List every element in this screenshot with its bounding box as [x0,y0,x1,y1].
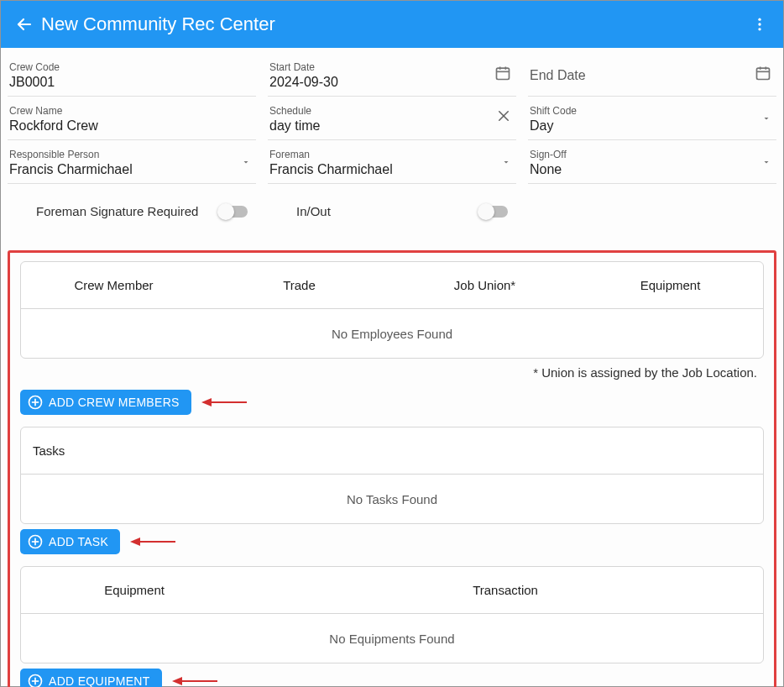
calendar-icon[interactable] [755,65,771,81]
toggle-label: Foreman Signature Required [36,204,198,218]
field-value: day time [269,117,515,137]
app-bar: New Community Rec Center [1,1,783,48]
highlighted-lists-section: Crew Member Trade Job Union* Equipment N… [8,250,776,687]
field-label: Sign-Off [530,149,775,160]
end-date-field[interactable]: End Date [528,53,776,97]
shift-code-field[interactable]: Shift Code Day [528,97,776,140]
equipment-panel: Equipment Transaction No Equipments Foun… [20,566,764,663]
svg-marker-17 [201,398,212,406]
chevron-down-icon[interactable] [501,157,511,167]
schedule-field[interactable]: Schedule day time [268,97,516,140]
inout-toggle-row: In/Out [268,199,516,223]
field-label: Foreman [269,149,515,160]
crew-name-field[interactable]: Crew Name Rockford Crew [8,97,256,140]
equipment-panel-header-row: Equipment Transaction [21,567,763,614]
foreman-signature-toggle[interactable] [219,206,248,218]
svg-point-2 [758,28,760,30]
chevron-down-icon[interactable] [761,113,771,123]
empty-state-text: No Equipments Found [21,614,763,663]
field-value: None [530,160,775,181]
inout-toggle[interactable] [479,206,508,218]
add-task-button[interactable]: ADD TASK [20,529,120,554]
annotation-arrow-icon [172,674,217,687]
svg-rect-3 [497,68,510,79]
svg-point-0 [758,18,760,21]
crew-code-field[interactable]: Crew Code JB0001 [8,53,256,97]
foreman-signature-toggle-row: Foreman Signature Required [8,199,256,223]
field-label: Schedule [269,105,515,117]
field-label: Start Date [269,61,515,73]
crew-panel-header-row: Crew Member Trade Job Union* Equipment [21,262,763,309]
back-arrow-icon[interactable] [13,13,36,36]
col-header: Equipment [578,278,763,292]
button-label: ADD EQUIPMENT [49,674,150,687]
field-label: Crew Name [9,105,254,117]
field-label: Responsible Person [9,149,254,160]
empty-state-text: No Tasks Found [21,475,763,523]
field-value: Rockford Crew [9,117,254,137]
calendar-icon[interactable] [494,65,511,81]
crew-members-panel: Crew Member Trade Job Union* Equipment N… [20,261,764,359]
tasks-panel: Tasks No Tasks Found [20,427,764,524]
field-label: Crew Code [9,61,254,73]
svg-marker-27 [172,677,182,685]
add-equipment-button[interactable]: ADD EQUIPMENT [20,669,162,687]
chevron-down-icon[interactable] [761,157,771,167]
foreman-field[interactable]: Foreman Francis Charmichael [268,140,516,184]
clear-icon[interactable] [496,108,511,123]
annotation-arrow-icon [130,535,175,548]
field-value: Francis Charmichael [9,160,254,181]
col-header: Crew Member [21,278,206,292]
responsible-person-field[interactable]: Responsible Person Francis Charmichael [8,140,256,184]
button-label: ADD CREW MEMBERS [49,396,180,409]
annotation-arrow-icon [201,396,247,409]
page-title: New Community Rec Center [41,13,748,35]
col-header: Trade [206,278,392,292]
add-crew-members-button[interactable]: ADD CREW MEMBERS [20,390,191,415]
col-header: Equipment [21,583,248,597]
field-value: 2024-09-30 [269,73,515,93]
empty-state-text: No Employees Found [21,309,763,358]
union-note: * Union is assigned by the Job Location. [13,359,764,383]
start-date-field[interactable]: Start Date 2024-09-30 [268,53,516,97]
svg-point-1 [758,23,760,25]
tasks-panel-header: Tasks [21,427,763,475]
chevron-down-icon[interactable] [241,157,251,167]
field-label: Shift Code [530,105,775,117]
svg-marker-22 [130,538,140,546]
col-header: Transaction [248,583,763,597]
field-value: Day [530,117,775,137]
field-value: JB0001 [9,73,254,93]
toggle-label: In/Out [296,204,331,218]
field-placeholder: End Date [530,61,775,90]
kebab-menu-icon[interactable] [748,13,771,36]
field-value: Francis Charmichael [269,160,515,181]
svg-rect-7 [757,68,770,79]
col-header: Job Union* [392,278,578,292]
signoff-field[interactable]: Sign-Off None [528,140,776,184]
button-label: ADD TASK [49,535,108,548]
